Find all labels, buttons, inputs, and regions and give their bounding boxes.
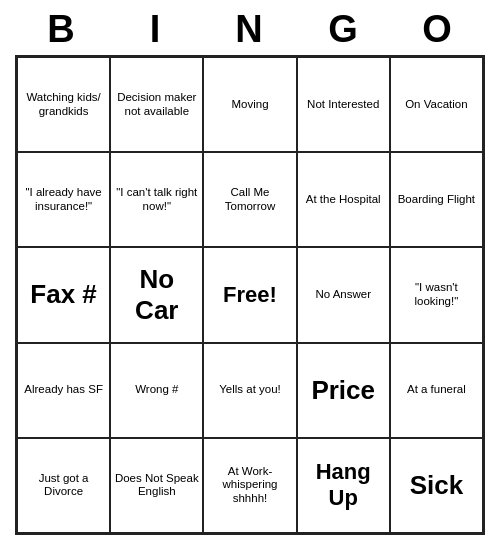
cell-text: No Car (114, 264, 199, 326)
cell-text: At Work- whispering shhhh! (207, 465, 292, 506)
bingo-cell: No Car (110, 247, 203, 342)
cell-text: Call Me Tomorrow (207, 186, 292, 214)
cell-text: At a funeral (407, 383, 466, 397)
cell-text: At the Hospital (306, 193, 381, 207)
cell-text: Watching kids/ grandkids (21, 91, 106, 119)
bingo-cell: "I can't talk right now!" (110, 152, 203, 247)
bingo-cell: Not Interested (297, 57, 390, 152)
bingo-cell: Fax # (17, 247, 110, 342)
title-letter: B (19, 8, 105, 51)
cell-text: "I can't talk right now!" (114, 186, 199, 214)
bingo-cell: Call Me Tomorrow (203, 152, 296, 247)
bingo-cell: Yells at you! (203, 343, 296, 438)
bingo-cell: Moving (203, 57, 296, 152)
bingo-cell: Free! (203, 247, 296, 342)
bingo-cell: At Work- whispering shhhh! (203, 438, 296, 533)
title-letter: N (207, 8, 293, 51)
cell-text: "I already have insurance!" (21, 186, 106, 214)
title-letter: G (301, 8, 387, 51)
bingo-cell: At the Hospital (297, 152, 390, 247)
cell-text: Moving (231, 98, 268, 112)
cell-text: Wrong # (135, 383, 178, 397)
bingo-cell: Boarding Flight (390, 152, 483, 247)
bingo-cell: No Answer (297, 247, 390, 342)
cell-text: Yells at you! (219, 383, 281, 397)
bingo-cell: Sick (390, 438, 483, 533)
cell-text: Free! (223, 282, 277, 308)
title-letter: I (113, 8, 199, 51)
cell-text: Does Not Speak English (114, 472, 199, 500)
cell-text: Boarding Flight (398, 193, 475, 207)
bingo-cell: At a funeral (390, 343, 483, 438)
cell-text: On Vacation (405, 98, 467, 112)
bingo-grid: Watching kids/ grandkidsDecision maker n… (15, 55, 485, 535)
cell-text: Already has SF (24, 383, 103, 397)
bingo-cell: Price (297, 343, 390, 438)
cell-text: Not Interested (307, 98, 379, 112)
cell-text: No Answer (315, 288, 371, 302)
bingo-cell: Hang Up (297, 438, 390, 533)
bingo-cell: Does Not Speak English (110, 438, 203, 533)
bingo-title: BINGO (15, 0, 485, 55)
bingo-cell: "I wasn't looking!" (390, 247, 483, 342)
bingo-cell: "I already have insurance!" (17, 152, 110, 247)
bingo-cell: Just got a Divorce (17, 438, 110, 533)
cell-text: "I wasn't looking!" (394, 281, 479, 309)
cell-text: Sick (410, 470, 464, 501)
cell-text: Price (311, 375, 375, 406)
bingo-cell: Decision maker not available (110, 57, 203, 152)
bingo-cell: Already has SF (17, 343, 110, 438)
cell-text: Just got a Divorce (21, 472, 106, 500)
cell-text: Decision maker not available (114, 91, 199, 119)
bingo-cell: Wrong # (110, 343, 203, 438)
bingo-cell: Watching kids/ grandkids (17, 57, 110, 152)
bingo-cell: On Vacation (390, 57, 483, 152)
cell-text: Hang Up (301, 459, 386, 512)
title-letter: O (395, 8, 481, 51)
cell-text: Fax # (30, 279, 97, 310)
